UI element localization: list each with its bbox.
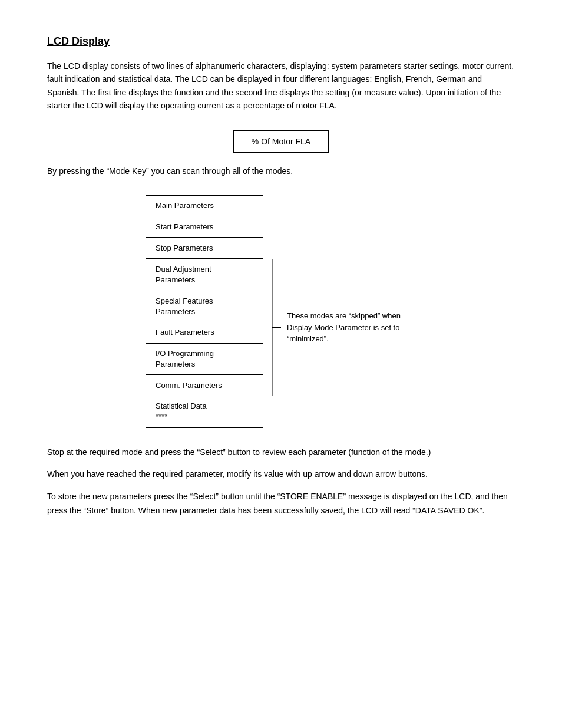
bracket-section: Dual Adjustment ParametersSpecial Featur… bbox=[146, 259, 416, 396]
bottom-boxes: Statistical Data **** bbox=[146, 396, 416, 427]
param-box-top: Main Parameters bbox=[146, 195, 263, 216]
bottom-paragraph: To store the new parameters press the “S… bbox=[47, 490, 515, 518]
param-box-bracket: Comm. Parameters bbox=[146, 375, 263, 396]
diagram-area: Main ParametersStart ParametersStop Para… bbox=[47, 195, 515, 428]
mode-key-paragraph: By pressing the “Mode Key” you can scan … bbox=[47, 164, 515, 177]
bracket-boxes: Dual Adjustment ParametersSpecial Featur… bbox=[146, 259, 263, 396]
top-boxes: Main ParametersStart ParametersStop Para… bbox=[146, 195, 416, 259]
param-box-bracket: I/O Programming Parameters bbox=[146, 344, 263, 375]
bottom-text: Stop at the required mode and press the … bbox=[47, 446, 515, 518]
bracket-note-container: These modes are “skipped” when Display M… bbox=[287, 259, 416, 396]
bottom-paragraph: When you have reached the required param… bbox=[47, 467, 515, 482]
bracket-line-area bbox=[263, 259, 281, 396]
param-box-bottom: Statistical Data **** bbox=[146, 396, 263, 427]
param-box-bracket: Special Features Parameters bbox=[146, 291, 263, 322]
param-box-top: Start Parameters bbox=[146, 216, 263, 238]
page-wrapper: LCD Display The LCD display consists of … bbox=[47, 35, 515, 728]
bracket-note: These modes are “skipped” when Display M… bbox=[287, 310, 416, 345]
page-title: LCD Display bbox=[47, 35, 515, 48]
lcd-display-box: % Of Motor FLA bbox=[233, 130, 329, 153]
diagram-inner: Main ParametersStart ParametersStop Para… bbox=[146, 195, 416, 428]
intro-paragraph: The LCD display consists of two lines of… bbox=[47, 60, 515, 113]
bottom-paragraphs: Stop at the required mode and press the … bbox=[47, 446, 515, 518]
lcd-box-wrapper: % Of Motor FLA bbox=[47, 130, 515, 153]
param-box-bracket: Fault Parameters bbox=[146, 322, 263, 344]
bottom-paragraph: Stop at the required mode and press the … bbox=[47, 446, 515, 460]
bracket-svg bbox=[263, 259, 281, 396]
param-box-bracket: Dual Adjustment Parameters bbox=[146, 259, 263, 291]
param-box-top: Stop Parameters bbox=[146, 238, 263, 259]
